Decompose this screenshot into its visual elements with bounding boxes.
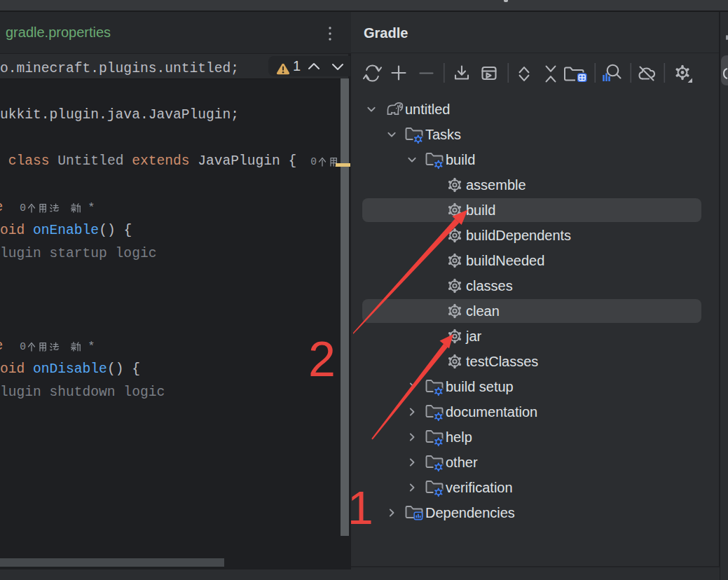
svg-text:Tasks: Tasks (425, 127, 461, 142)
svg-text:untitled: untitled (405, 102, 451, 117)
svg-text:other: other (446, 455, 478, 470)
svg-text:build: build (446, 152, 475, 167)
svg-text:buildNeeded: buildNeeded (466, 253, 544, 268)
svg-text:assemble: assemble (466, 177, 526, 193)
svg-text:help: help (446, 429, 472, 445)
svg-text:verification: verification (446, 480, 513, 495)
svg-text:clean: clean (466, 303, 500, 319)
svg-text:classes: classes (466, 278, 513, 294)
svg-text:Dependencies: Dependencies (425, 505, 515, 520)
svg-text:build setup: build setup (446, 379, 514, 394)
svg-text:jar: jar (465, 329, 482, 344)
svg-text:documentation: documentation (446, 404, 537, 420)
svg-text:testClasses: testClasses (466, 354, 538, 369)
svg-text:buildDependents: buildDependents (466, 228, 571, 243)
svg-text:build: build (466, 202, 495, 218)
